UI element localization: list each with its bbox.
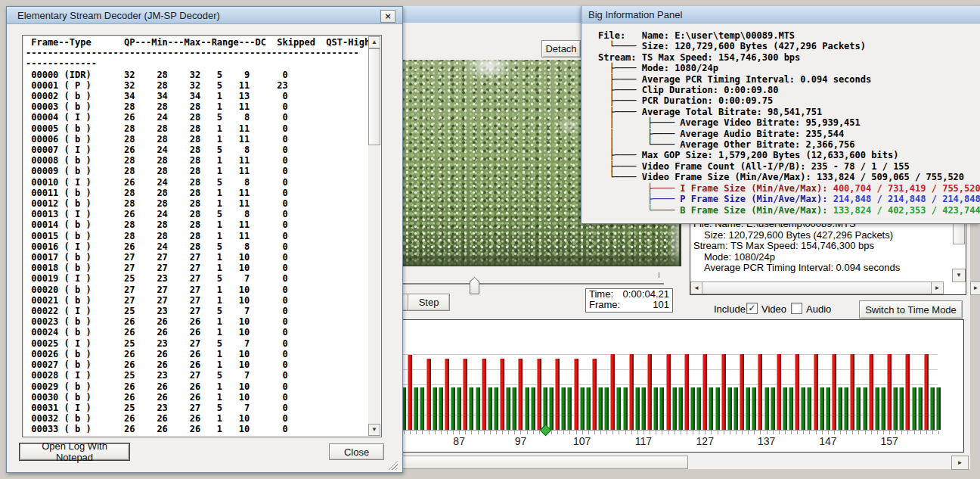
b-frame-bar [604, 387, 609, 430]
b-frame-bar [881, 387, 885, 430]
axis-tick [803, 431, 804, 434]
b-frame-bar [801, 387, 805, 430]
big-information-panel-titlebar[interactable]: Big Information Panel [581, 6, 980, 23]
axis-tick [920, 431, 921, 434]
i-frame-bar [887, 354, 892, 430]
chevron-left-icon: ◄ [693, 285, 699, 291]
stream-vscroll-down-button[interactable]: ▼ [952, 269, 966, 282]
i-frame-bar [518, 359, 523, 430]
b-frame-bar [875, 387, 879, 430]
i-frame-bar [647, 354, 652, 430]
axis-tick [914, 431, 915, 434]
slider-end-tick [659, 272, 659, 278]
axis-tick [736, 431, 737, 434]
axis-tick [724, 431, 724, 434]
info-line: Stream: TS Max Speed: 154,746,300 bps [598, 52, 800, 63]
i-frame-bar [924, 354, 929, 430]
frame-log-text: Frame--Type QP---Min---Max--Range---DC S… [23, 36, 381, 435]
x-axis-label: 87 [444, 435, 474, 447]
video-checkbox[interactable]: ✓ [746, 303, 758, 314]
x-axis-label: 137 [752, 435, 782, 447]
main-hscroll-thumb[interactable] [399, 456, 688, 469]
stream-info-line: Mode: 1080/24p [704, 251, 775, 263]
axis-tick [563, 431, 564, 434]
resize-grip[interactable] [387, 459, 398, 470]
info-line: ├──── Video Frame Count (All-I/P/B): 235… [598, 161, 910, 172]
frame-log-list[interactable]: Frame--Type QP---Min---Max--Range---DC S… [22, 35, 382, 437]
axis-tick [484, 431, 485, 434]
b-frame-bar [727, 387, 732, 430]
axis-tick [569, 431, 570, 434]
b-frame-bar [752, 387, 756, 430]
video-checkbox-label: Video [761, 303, 786, 315]
stream-hscroll-thumb[interactable] [702, 281, 932, 294]
decoder-close-dialog-button[interactable]: Close [329, 443, 384, 460]
axis-tick [631, 431, 632, 434]
axis-tick [785, 431, 786, 434]
axis-tick [699, 431, 699, 434]
switch-to-time-mode-button[interactable]: Switch to Time Mode [859, 300, 963, 319]
decoder-close-button[interactable]: × [380, 10, 395, 23]
i-frame-bar [869, 354, 873, 430]
i-frame-bar [610, 354, 615, 430]
i-frame-bar [592, 359, 597, 430]
b-frame-bar [709, 387, 713, 430]
bitrate-chart[interactable]: 8797107117127137147157 [400, 319, 964, 453]
axis-tick [539, 431, 540, 434]
axis-tick [508, 431, 509, 434]
axis-tick [588, 431, 589, 434]
info-line: ├──── Average Total Bitrate: 98,541,751 [598, 107, 822, 117]
i-frame-bar [574, 359, 578, 430]
screen: Detach Step Time: 0:00:04.21 Frame: 101 … [0, 0, 980, 479]
b-frame-bar [469, 387, 473, 430]
b-frame-bar [820, 387, 824, 430]
axis-tick [846, 431, 847, 434]
axis-tick [681, 431, 681, 434]
b-frame-bar [476, 387, 480, 430]
frame-log-scroll-down-button[interactable]: ▼ [368, 424, 380, 436]
i-frame-bar [408, 355, 412, 430]
step-button[interactable]: Step [408, 294, 450, 311]
b-frame-bar [433, 387, 437, 430]
i-frame-bar [702, 354, 707, 430]
b-frame-bar [525, 387, 529, 430]
chart-plot-area: 8797107117127137147157 [401, 320, 963, 452]
i-frame-bar [740, 354, 744, 430]
chevron-right-icon: ► [935, 285, 941, 291]
frame-log-scroll-thumb[interactable] [368, 48, 380, 145]
b-frame-bar [653, 387, 658, 430]
i-frame-bar [777, 354, 781, 430]
b-frame-bar [451, 387, 455, 430]
check-icon: ✓ [748, 303, 755, 313]
b-frame-bar [826, 387, 830, 430]
detach-button[interactable]: Detach [541, 40, 581, 58]
audio-checkbox[interactable] [791, 303, 802, 314]
axis-tick [557, 431, 558, 434]
info-line: └──── Video Frame Size (Min/Ave/Max): 13… [598, 172, 964, 182]
axis-tick [816, 431, 817, 434]
b-frame-bar [616, 387, 621, 430]
info-line-value: 214,848 / 214,848 / 214,848 [833, 194, 980, 204]
i-frame-bar [463, 359, 467, 430]
seek-slider-track[interactable] [403, 283, 664, 286]
window-right-arrow-button[interactable]: ► [970, 281, 980, 295]
stream-hscroll-left-button[interactable]: ◄ [690, 281, 702, 294]
b-frame-bar [494, 387, 498, 430]
axis-tick [429, 431, 430, 434]
axis-tick [834, 431, 835, 434]
axis-tick [901, 431, 902, 434]
frame-log-scroll-up-button[interactable]: ▲ [368, 36, 380, 48]
b-frame-bar [488, 387, 492, 430]
stream-hscroll-right-button[interactable]: ► [931, 281, 944, 294]
axis-tick [650, 431, 650, 434]
open-log-with-notepad-button[interactable]: Open Log With Notepad [20, 443, 129, 460]
frame-log-vscroll[interactable]: ▲ ▼ [368, 36, 380, 436]
decoder-window-titlebar[interactable]: Elementary Stream Decoder (JM-SP Decoder… [7, 7, 402, 24]
b-frame-bar [506, 387, 510, 430]
axis-tick [871, 431, 872, 434]
axis-tick [453, 431, 454, 434]
i-frame-bar [795, 354, 799, 430]
main-hscroll-right-button[interactable]: ► [951, 456, 969, 470]
axis-tick [576, 431, 577, 434]
i-frame-bar [850, 354, 854, 430]
